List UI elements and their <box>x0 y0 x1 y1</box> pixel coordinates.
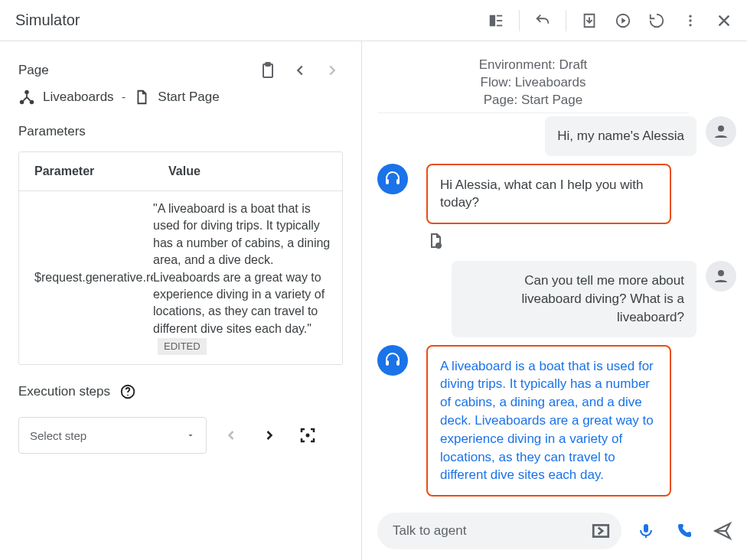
svg-rect-2 <box>497 20 502 21</box>
user-avatar <box>706 116 736 147</box>
chevron-down-icon <box>186 431 195 440</box>
table-row[interactable]: $request.generative.res "A liveaboard is… <box>19 191 342 364</box>
agent-message: A liveaboard is a boat that is used for … <box>426 345 671 497</box>
mic-button[interactable] <box>632 517 660 545</box>
parameters-table: Parameter Value $request.generative.res … <box>18 151 343 365</box>
param-value-text: "A liveaboard is a boat that is used for… <box>153 202 330 335</box>
svg-point-7 <box>689 24 691 26</box>
step-next-button[interactable] <box>256 422 283 449</box>
svg-rect-0 <box>490 15 495 26</box>
param-header-name: Parameter <box>19 152 153 190</box>
select-step-dropdown[interactable]: Select step <box>18 417 207 454</box>
param-name: $request.generative.res <box>19 191 153 364</box>
chat-input-placeholder: Talk to agent <box>393 523 466 539</box>
next-page-button[interactable] <box>321 60 343 81</box>
user-message-row: Can you tell me more about liveaboard di… <box>377 261 736 337</box>
svg-point-14 <box>127 395 129 396</box>
reset-button[interactable] <box>641 5 672 36</box>
param-value: "A liveaboard is a boat that is used for… <box>153 191 342 364</box>
clipboard-button[interactable] <box>257 60 279 81</box>
svg-point-16 <box>718 125 724 132</box>
more-button[interactable] <box>675 5 706 36</box>
app-title: Simulator <box>15 11 80 29</box>
svg-point-10 <box>24 90 29 95</box>
user-message-row: Hi, my name's Alessia <box>377 116 736 156</box>
document-icon[interactable]: i <box>426 232 445 250</box>
send-button[interactable] <box>709 517 736 545</box>
agent-message: Hi Alessia, what can I help you with tod… <box>426 164 671 225</box>
submit-icon[interactable] <box>591 521 611 541</box>
svg-point-5 <box>689 15 691 17</box>
execution-steps-heading: Execution steps <box>18 384 110 399</box>
agent-avatar <box>377 345 408 376</box>
breadcrumb-page[interactable]: Start Page <box>158 90 219 105</box>
svg-rect-17 <box>386 179 389 184</box>
agent-avatar <box>377 164 408 194</box>
param-header-value: Value <box>153 152 342 190</box>
step-prev-button <box>217 422 245 449</box>
env-line: Flow: Liveaboards <box>377 74 689 92</box>
toolbar-separator <box>519 10 520 31</box>
svg-point-6 <box>689 19 691 21</box>
save-button[interactable] <box>574 5 605 36</box>
breadcrumb-flow[interactable]: Liveaboards <box>43 90 114 105</box>
env-line: Page: Start Page <box>377 92 689 109</box>
page-icon <box>133 89 150 106</box>
toolbar <box>481 5 739 36</box>
agent-message-row: Hi Alessia, what can I help you with tod… <box>377 164 736 225</box>
svg-point-21 <box>718 270 724 276</box>
user-message: Can you tell me more about liveaboard di… <box>452 261 696 337</box>
parameters-heading: Parameters <box>18 124 343 139</box>
svg-rect-23 <box>396 360 400 366</box>
prev-page-button[interactable] <box>289 60 311 81</box>
chat-input[interactable]: Talk to agent <box>377 513 621 549</box>
edited-badge: EDITED <box>158 338 207 355</box>
undo-button[interactable] <box>527 5 558 36</box>
svg-text:i: i <box>438 243 439 249</box>
play-button[interactable] <box>608 5 638 36</box>
phone-button[interactable] <box>670 517 698 545</box>
svg-point-15 <box>306 434 310 438</box>
user-message: Hi, my name's Alessia <box>545 116 696 156</box>
select-step-placeholder: Select step <box>30 429 86 442</box>
close-button[interactable] <box>709 5 739 36</box>
toolbar-separator <box>566 10 566 31</box>
svg-rect-1 <box>497 15 502 16</box>
env-line: Environment: Draft <box>377 57 689 74</box>
breadcrumb: Liveaboards - Start Page <box>18 89 343 106</box>
environment-info: Environment: Draft Flow: Liveaboards Pag… <box>377 57 689 113</box>
panel-toggle-button[interactable] <box>481 5 511 36</box>
focus-button[interactable] <box>294 422 321 449</box>
agent-message-row: A liveaboard is a boat that is used for … <box>377 345 736 497</box>
svg-rect-25 <box>644 524 648 532</box>
svg-rect-3 <box>497 24 502 26</box>
page-heading: Page <box>18 63 49 78</box>
help-icon[interactable] <box>119 383 136 400</box>
svg-rect-18 <box>396 179 400 184</box>
svg-rect-22 <box>386 360 389 366</box>
breadcrumb-separator: - <box>122 90 126 105</box>
user-avatar <box>706 261 736 291</box>
flow-icon <box>18 89 35 106</box>
